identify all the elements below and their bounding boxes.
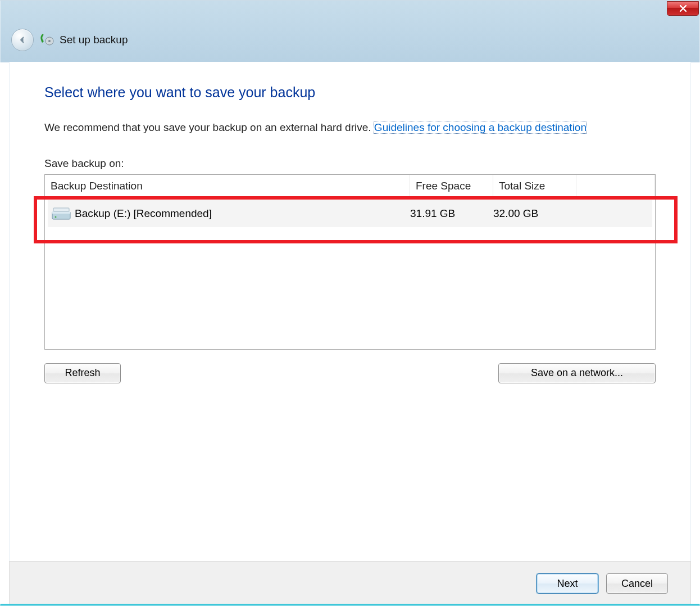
guidelines-link[interactable]: Guidelines for choosing a backup destina… [374,121,587,133]
destination-name: Backup (E:) [Recommended] [75,207,410,220]
instruction-text: We recommend that you save your backup o… [44,120,656,136]
instruction-prefix: We recommend that you save your backup o… [44,121,374,133]
column-header-total-size[interactable]: Total Size [493,175,576,197]
column-header-destination[interactable]: Backup Destination [45,175,410,197]
destination-list[interactable]: Backup Destination Free Space Total Size… [44,174,656,350]
window-header: Set up backup [0,0,700,62]
svg-point-1 [48,40,51,42]
back-button[interactable] [11,29,34,51]
next-button[interactable]: Next [537,573,598,594]
taskbar-edge [0,604,700,606]
wizard-footer: Next Cancel [9,561,691,606]
arrow-left-icon [17,35,28,45]
save-on-network-button[interactable]: Save on a network... [498,363,656,383]
destination-total-size: 32.00 GB [493,207,576,220]
hard-drive-icon [48,206,75,221]
backup-and-restore-icon [39,33,54,47]
close-icon [679,4,687,12]
cancel-button[interactable]: Cancel [606,573,668,594]
backup-wizard-window: Set up backup Select where you want to s… [0,0,700,606]
refresh-button[interactable]: Refresh [44,363,121,383]
wizard-content: Select where you want to save your backu… [9,62,691,561]
svg-point-4 [55,216,57,218]
svg-rect-3 [52,211,70,214]
destination-free-space: 31.91 GB [410,207,493,220]
window-title: Set up backup [60,34,128,46]
close-button[interactable] [667,1,699,16]
svg-rect-5 [53,208,69,211]
column-header-free-space[interactable]: Free Space [410,175,493,197]
destination-row[interactable]: Backup (E:) [Recommended] 31.91 GB 32.00… [48,200,652,227]
column-headers: Backup Destination Free Space Total Size [45,175,655,198]
page-heading: Select where you want to save your backu… [44,84,656,101]
save-on-label: Save backup on: [44,157,656,170]
